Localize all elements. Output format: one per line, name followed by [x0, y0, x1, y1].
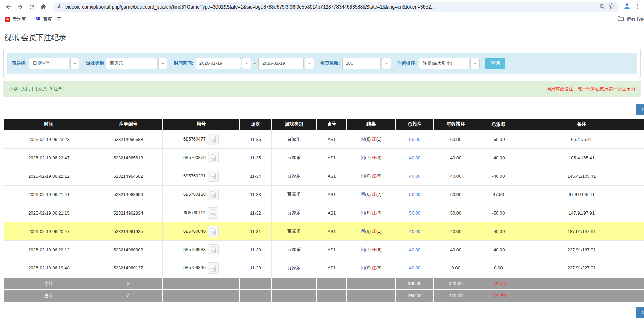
summary-payout: -222.50	[478, 277, 519, 290]
cell-valid-bet: 50.00	[434, 185, 478, 204]
cell-time: 2026-02-19 06:20:47	[4, 222, 94, 240]
cell-bet-id: 523214961935	[94, 222, 162, 240]
bookmark-label: 爱淘宝	[13, 16, 26, 23]
query-type-select[interactable]: 日期查询	[29, 58, 79, 69]
summary-valid-bet: 320.00	[434, 277, 478, 290]
player-result: 闲	[361, 155, 365, 160]
cell-result: 闲(7) 庄(3)	[347, 148, 396, 167]
tune-icon[interactable]	[57, 3, 62, 10]
video-replay-button[interactable]	[208, 226, 219, 237]
cell-result: 闲(6) 庄(7)	[347, 185, 396, 204]
total-bet-link[interactable]: 40.00	[409, 265, 420, 270]
chevron-down-icon[interactable]	[470, 58, 480, 69]
video-replay-button[interactable]	[208, 262, 219, 274]
pagination-page-button[interactable]: 1	[636, 307, 644, 318]
total-bet-link[interactable]: 50.00	[409, 210, 420, 216]
cell-session: 11-32	[240, 204, 271, 222]
query-type-label: 请选择:	[12, 60, 27, 67]
cell-payout: -60.00	[478, 130, 519, 148]
cell-payout: 0.00	[478, 259, 519, 277]
cell-session: 11-30	[240, 240, 271, 259]
cell-session: 11-35	[240, 148, 271, 167]
video-replay-button[interactable]	[208, 134, 219, 145]
forward-icon[interactable]	[15, 2, 25, 12]
table-row: 2026-02-19 06:19:48523214960137685759846…	[4, 259, 644, 277]
chevron-down-icon[interactable]	[158, 58, 167, 69]
column-header: 桌号	[317, 119, 347, 130]
cell-time: 2026-02-19 06:20:12	[4, 240, 94, 259]
chevron-down-icon[interactable]	[70, 58, 79, 69]
cell-time: 2026-02-19 06:22:47	[4, 148, 94, 167]
summary-label: 总计	[4, 290, 94, 302]
cell-round-id: 685760188	[162, 185, 240, 204]
bookmark-star-icon[interactable]	[609, 3, 615, 11]
bookmark-baidu[interactable]: 百度一下	[35, 16, 61, 23]
sort-order-select[interactable]: 降幂(由大到小)	[419, 58, 480, 69]
zoom-out-icon[interactable]	[599, 3, 605, 11]
video-replay-button[interactable]	[208, 171, 219, 182]
profile-avatar-icon[interactable]	[623, 2, 631, 12]
taobao-favicon: 淘	[5, 17, 10, 22]
home-icon[interactable]	[38, 2, 48, 12]
video-replay-button[interactable]	[208, 207, 218, 219]
total-row: 总计8360.00320.00-222.50	[4, 290, 644, 302]
video-replay-button[interactable]	[208, 244, 219, 255]
banker-result: 庄	[372, 192, 376, 197]
date-from-input[interactable]: 2026-02-19	[196, 58, 251, 69]
column-header: 游戏类别	[271, 119, 317, 130]
cell-result: 闲(9) 庄(1)	[347, 222, 396, 240]
column-header: 总派彩	[478, 119, 519, 130]
cell-session: 11-31	[240, 222, 271, 240]
chevron-down-icon[interactable]	[305, 58, 314, 69]
page-size-select[interactable]: 100	[342, 58, 391, 69]
summary-total-bet: 360.00	[396, 290, 434, 302]
total-bet-link[interactable]: 40.00	[409, 247, 420, 252]
cell-bet-id: 523214960137	[94, 259, 162, 277]
search-button[interactable]: 查询	[485, 58, 505, 69]
cell-session: 11-29	[240, 259, 271, 277]
subtotal-row: 小计8360.00320.00-222.50	[4, 277, 644, 290]
cell-table-no: AS1	[317, 148, 347, 167]
summary-label: 小计	[4, 277, 94, 290]
column-header: 备注	[519, 119, 644, 130]
total-bet-link[interactable]: 50.00	[409, 192, 420, 197]
total-bet-link[interactable]: 40.00	[409, 155, 420, 160]
cell-table-no: AS1	[317, 130, 347, 148]
menu-dots-icon[interactable]	[634, 3, 641, 11]
chevron-down-icon[interactable]	[382, 58, 391, 69]
reload-icon[interactable]	[27, 2, 37, 12]
cell-total-bet: 50.00	[396, 204, 434, 222]
chevron-down-icon[interactable]	[242, 58, 251, 69]
url-text[interactable]: videoie.com/ipl/portal.php/game/betrecor…	[65, 4, 596, 10]
table-row: 2026-02-19 06:20:12523214960802685759933…	[4, 240, 644, 259]
table-row: 2026-02-19 06:21:15523214962834685760111…	[4, 204, 644, 222]
pagination-page-button[interactable]: 1	[636, 104, 644, 115]
cell-table-no: AS1	[317, 185, 347, 204]
video-replay-button[interactable]	[208, 189, 219, 200]
summary-valid-bet: 320.00	[434, 290, 478, 302]
table-row: 2026-02-19 06:22:12523214964662685760281…	[4, 167, 644, 185]
total-bet-link[interactable]: 60.00	[409, 137, 420, 142]
cell-table-no: AS1	[317, 240, 347, 259]
game-type-label: 游戏类别	[86, 60, 104, 67]
bookmark-taobao[interactable]: 淘 爱淘宝	[5, 16, 26, 23]
folder-icon	[618, 16, 624, 23]
game-type-select[interactable]: 百家乐	[106, 58, 167, 69]
address-bar[interactable]: videoie.com/ipl/portal.php/game/betrecor…	[53, 2, 619, 12]
summary-empty-cell	[317, 290, 347, 302]
browser-toolbar: videoie.com/ipl/portal.php/game/betrecor…	[0, 0, 644, 14]
all-bookmarks[interactable]: 所有书签	[612, 14, 644, 25]
cell-valid-bet: 40.00	[434, 222, 478, 240]
cell-time: 2026-02-19 06:21:41	[4, 185, 94, 204]
video-replay-button[interactable]	[208, 152, 219, 163]
cell-payout: -40.00	[478, 240, 519, 259]
back-icon[interactable]	[3, 2, 14, 12]
date-to-input[interactable]: 2026-02-19	[258, 58, 314, 69]
cell-remark: 97.91/145.41	[519, 185, 644, 204]
total-bet-link[interactable]: 40.00	[409, 174, 420, 179]
cell-result: 闲(8) 庄(1)	[347, 130, 396, 148]
cell-total-bet: 40.00	[396, 222, 434, 240]
total-bet-link[interactable]: 40.00	[409, 229, 420, 234]
cell-remark: 227.91/187.91	[519, 240, 644, 259]
cell-game-type: 百家乐	[271, 240, 317, 259]
